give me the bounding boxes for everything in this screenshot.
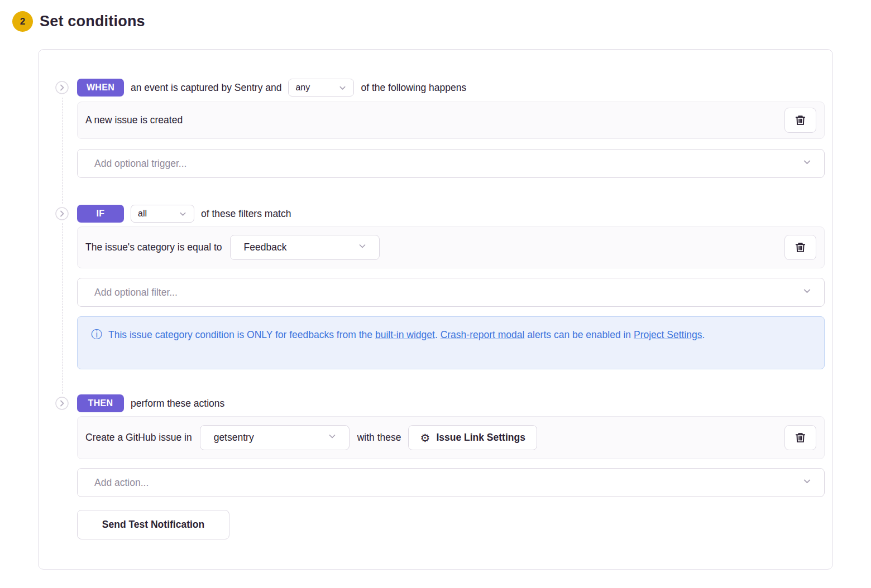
chevron-down-icon <box>328 432 337 444</box>
chevron-down-icon <box>802 476 812 489</box>
chevron-right-circle-icon[interactable] <box>55 207 69 220</box>
when-text-before: an event is captured by Sentry and <box>131 82 281 94</box>
chevron-down-icon <box>338 84 347 92</box>
add-trigger-placeholder: Add optional trigger... <box>94 158 186 170</box>
if-text-after: of these filters match <box>201 208 291 220</box>
filter-value: Feedback <box>244 242 287 253</box>
add-filter-placeholder: Add optional filter... <box>94 287 178 298</box>
then-badge: THEN <box>77 394 124 412</box>
action-repo-value: getsentry <box>214 432 254 444</box>
step-number-badge: 2 <box>12 11 33 32</box>
filter-text: The issue's category is equal to <box>85 242 222 253</box>
delete-trigger-button[interactable] <box>784 108 816 133</box>
project-settings-link[interactable]: Project Settings <box>634 329 702 340</box>
step-header: 2 Set conditions <box>12 11 145 32</box>
gear-icon: ⚙ <box>420 432 430 444</box>
built-in-widget-link[interactable]: built-in widget <box>375 329 435 340</box>
info-icon: ⓘ <box>91 326 102 369</box>
chevron-right-circle-icon[interactable] <box>55 81 69 94</box>
trash-icon <box>795 432 806 444</box>
delete-filter-button[interactable] <box>784 235 816 260</box>
trash-icon <box>795 114 806 126</box>
info-text-segment: This issue category condition is ONLY fo… <box>108 329 375 340</box>
add-action-placeholder: Add action... <box>94 477 149 489</box>
set-conditions-page: 2 Set conditions WHEN an event is captur… <box>0 0 871 588</box>
send-test-notification-button[interactable]: Send Test Notification <box>77 510 229 539</box>
then-text-after: perform these actions <box>131 398 224 409</box>
delete-action-button[interactable] <box>784 425 816 450</box>
add-optional-filter-select[interactable]: Add optional filter... <box>77 278 825 307</box>
issue-link-settings-button[interactable]: ⚙ Issue Link Settings <box>408 425 537 450</box>
when-match-value: any <box>295 83 310 93</box>
when-header: WHEN an event is captured by Sentry and … <box>77 79 466 97</box>
then-action-row: Create a GitHub issue in getsentry with … <box>77 416 825 459</box>
action-text-before: Create a GitHub issue in <box>85 432 192 444</box>
when-text-after: of the following happens <box>361 82 466 94</box>
crash-report-modal-link[interactable]: Crash-report modal <box>441 329 525 340</box>
info-alert-text: This issue category condition is ONLY fo… <box>108 326 705 369</box>
when-rule-row: A new issue is created <box>77 102 825 139</box>
action-text-after: with these <box>357 432 401 444</box>
filter-value-select[interactable]: Feedback <box>230 235 380 260</box>
chevron-right-circle-icon[interactable] <box>55 397 69 410</box>
when-badge: WHEN <box>77 79 124 97</box>
if-header: IF all of these filters match <box>77 205 291 223</box>
info-text-segment: . <box>435 329 441 340</box>
add-optional-trigger-select[interactable]: Add optional trigger... <box>77 149 825 178</box>
info-text-segment: alerts can be enabled in <box>524 329 634 340</box>
if-match-value: all <box>138 209 147 219</box>
info-text-segment: . <box>702 329 705 340</box>
chevron-down-icon <box>179 210 187 218</box>
trash-icon <box>795 242 806 253</box>
chevron-down-icon <box>802 157 812 170</box>
info-alert: ⓘ This issue category condition is ONLY … <box>77 316 825 369</box>
if-match-select[interactable]: all <box>131 205 194 223</box>
action-repo-select[interactable]: getsentry <box>200 425 350 450</box>
if-filter-row: The issue's category is equal to Feedbac… <box>77 226 825 268</box>
chevron-down-icon <box>802 286 812 298</box>
when-rule-label: A new issue is created <box>85 114 784 126</box>
page-title: Set conditions <box>40 13 145 30</box>
chevron-down-icon <box>358 242 367 253</box>
connector-line <box>62 223 63 394</box>
when-match-select[interactable]: any <box>288 79 354 97</box>
add-action-select[interactable]: Add action... <box>77 468 825 497</box>
then-header: THEN perform these actions <box>77 394 224 412</box>
issue-link-settings-label: Issue Link Settings <box>436 432 525 444</box>
if-badge: IF <box>77 205 124 223</box>
connector-line <box>62 98 63 204</box>
conditions-panel: WHEN an event is captured by Sentry and … <box>38 49 833 570</box>
